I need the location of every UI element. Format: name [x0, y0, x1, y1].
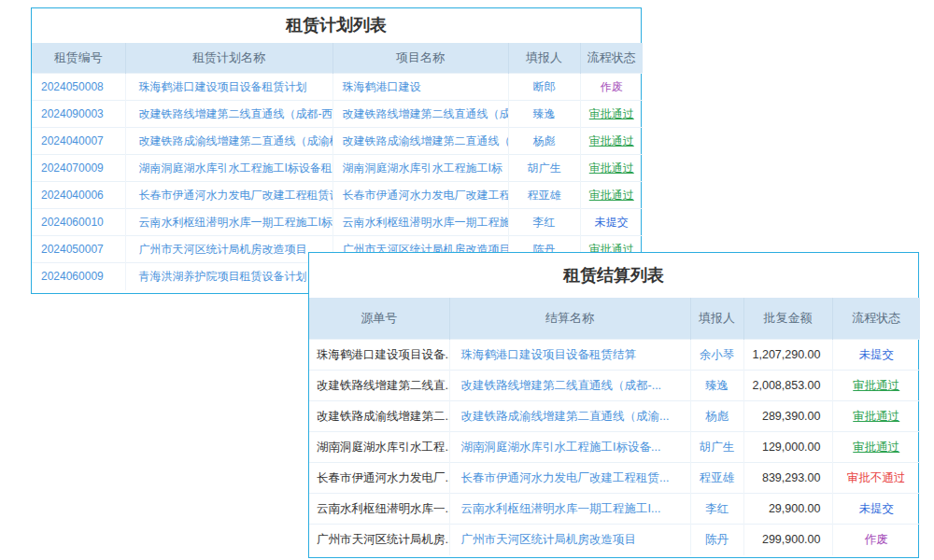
page: { "plan_table": { "title": "租赁计划列表", "co… [0, 0, 934, 560]
column-header-approved-amount: 批复金额 [743, 298, 832, 340]
plan-name-link[interactable]: 云南水利枢纽潜明水库一期工程施工I标租... [125, 209, 333, 236]
source-code-cell: 云南水利枢纽潜明水库一... [309, 494, 449, 525]
source-code-cell: 改建铁路线增建第二线直... [309, 371, 449, 401]
rental-plan-list-title: 租赁计划列表 [32, 8, 641, 43]
column-header-flow-status: 流程状态 [580, 43, 643, 74]
column-header-reporter: 填报人 [508, 43, 580, 74]
approved-amount-cell: 2,008,853.00 [743, 371, 832, 401]
settlement-table-row: 云南水利枢纽潜明水库一... 云南水利枢纽潜明水库一期工程施工I... 李红 2… [309, 494, 920, 525]
column-header-reporter: 填报人 [690, 298, 743, 340]
flow-status-label[interactable]: 审批通过 [832, 432, 920, 463]
plan-name-link[interactable]: 青海洪湖养护院项目租赁设备计划 [125, 263, 333, 290]
settlement-name-link[interactable]: 改建铁路成渝线增建第二直通线（成渝... [449, 401, 690, 432]
settlement-name-link[interactable]: 珠海鹤港口建设项目设备租赁结算 [449, 340, 690, 371]
plan-name-link[interactable]: 长春市伊通河水力发电厂改建工程租赁设... [125, 182, 333, 209]
project-name-link[interactable]: 改建铁路成渝线增建第二直通线（成... [333, 128, 508, 155]
reporter-link[interactable]: 胡广生 [508, 155, 580, 182]
plan-table-row: 2024090003 改建铁路线增建第二线直通线（成都-西安... 改建铁路线增… [32, 101, 643, 128]
project-name-link[interactable]: 珠海鹤港口建设 [333, 74, 508, 101]
reporter-link[interactable]: 臻逸 [508, 101, 580, 128]
reporter-link[interactable]: 胡广生 [690, 432, 743, 463]
flow-status-label[interactable]: 审批通过 [580, 182, 643, 209]
source-code-cell: 珠海鹤港口建设项目设备... [309, 340, 449, 371]
settlement-table-header-row: 源单号 结算名称 填报人 批复金额 流程状态 [309, 298, 920, 340]
approved-amount-cell: 29,900.00 [743, 494, 832, 525]
settlement-table-row: 改建铁路线增建第二线直... 改建铁路线增建第二线直通线（成都-... 臻逸 2… [309, 371, 920, 401]
approved-amount-cell: 299,900.00 [743, 525, 832, 555]
plan-table-row: 2024060010 云南水利枢纽潜明水库一期工程施工I标租... 云南水利枢纽… [32, 209, 643, 236]
project-name-link[interactable]: 长春市伊通河水力发电厂改建工程 [333, 182, 508, 209]
plan-code-link[interactable]: 2024090003 [32, 101, 125, 128]
reporter-link[interactable]: 程亚雄 [508, 182, 580, 209]
column-header-project-name: 项目名称 [333, 43, 508, 74]
reporter-link[interactable]: 李红 [690, 494, 743, 525]
reporter-link[interactable]: 程亚雄 [690, 463, 743, 494]
reporter-link[interactable]: 杨彪 [508, 128, 580, 155]
rental-settlement-list-card: 租赁结算列表 源单号 结算名称 填报人 批复金额 流程状态 珠海鹤港口建设项目设… [308, 252, 919, 558]
column-header-source-code: 源单号 [309, 298, 449, 340]
settlement-table-row: 广州市天河区统计局机房... 广州市天河区统计局机房改造项目 陈丹 299,90… [309, 525, 920, 555]
project-name-link[interactable]: 云南水利枢纽潜明水库一期工程施工I标 [333, 209, 508, 236]
plan-name-link[interactable]: 湖南洞庭湖水库引水工程施工I标设备租赁... [125, 155, 333, 182]
plan-code-link[interactable]: 2024060010 [32, 209, 125, 236]
settlement-name-link[interactable]: 云南水利枢纽潜明水库一期工程施工I... [449, 494, 690, 525]
settlement-table-body: 珠海鹤港口建设项目设备... 珠海鹤港口建设项目设备租赁结算 余小琴 1,207… [309, 340, 920, 555]
flow-status-label: 审批不通过 [832, 463, 920, 494]
rental-plan-list-card: 租赁计划列表 租赁编号 租赁计划名称 项目名称 填报人 流程状态 2024050… [31, 7, 642, 294]
source-code-cell: 改建铁路成渝线增建第二... [309, 401, 449, 432]
column-header-settlement-name: 结算名称 [449, 298, 690, 340]
flow-status-label[interactable]: 审批通过 [832, 371, 920, 401]
settlement-name-link[interactable]: 改建铁路线增建第二线直通线（成都-... [449, 371, 690, 401]
plan-table-row: 2024040007 改建铁路成渝线增建第二直通线（成渝枢... 改建铁路成渝线… [32, 128, 643, 155]
project-name-link[interactable]: 湖南洞庭湖水库引水工程施工I标 [333, 155, 508, 182]
reporter-link[interactable]: 杨彪 [690, 401, 743, 432]
flow-status-label[interactable]: 审批通过 [580, 128, 643, 155]
plan-table-row: 2024050008 珠海鹤港口建设项目设备租赁计划 珠海鹤港口建设 断郎 作废 [32, 74, 643, 101]
flow-status-label: 作废 [832, 525, 920, 555]
plan-name-link[interactable]: 改建铁路线增建第二线直通线（成都-西安... [125, 101, 333, 128]
plan-table-row: 2024070009 湖南洞庭湖水库引水工程施工I标设备租赁... 湖南洞庭湖水… [32, 155, 643, 182]
plan-code-link[interactable]: 2024070009 [32, 155, 125, 182]
plan-code-link[interactable]: 2024040006 [32, 182, 125, 209]
settlement-table-row: 湖南洞庭湖水库引水工程... 湖南洞庭湖水库引水工程施工I标设备... 胡广生 … [309, 432, 920, 463]
flow-status-label[interactable]: 审批通过 [580, 101, 643, 128]
plan-name-link[interactable]: 广州市天河区统计局机房改造项目 [125, 236, 333, 263]
flow-status-label: 未提交 [832, 340, 920, 371]
settlement-table-row: 珠海鹤港口建设项目设备... 珠海鹤港口建设项目设备租赁结算 余小琴 1,207… [309, 340, 920, 371]
reporter-link[interactable]: 李红 [508, 209, 580, 236]
rental-settlement-list-title: 租赁结算列表 [309, 253, 918, 298]
plan-table-header-row: 租赁编号 租赁计划名称 项目名称 填报人 流程状态 [32, 43, 643, 74]
column-header-plan-name: 租赁计划名称 [125, 43, 333, 74]
flow-status-label: 作废 [580, 74, 643, 101]
flow-status-label: 未提交 [580, 209, 643, 236]
approved-amount-cell: 1,207,290.00 [743, 340, 832, 371]
flow-status-label[interactable]: 审批通过 [832, 401, 920, 432]
plan-table-row: 2024040006 长春市伊通河水力发电厂改建工程租赁设... 长春市伊通河水… [32, 182, 643, 209]
reporter-link[interactable]: 断郎 [508, 74, 580, 101]
project-name-link[interactable]: 改建铁路线增建第二线直通线（成都-... [333, 101, 508, 128]
settlement-name-link[interactable]: 湖南洞庭湖水库引水工程施工I标设备... [449, 432, 690, 463]
approved-amount-cell: 289,390.00 [743, 401, 832, 432]
plan-name-link[interactable]: 珠海鹤港口建设项目设备租赁计划 [125, 74, 333, 101]
reporter-link[interactable]: 臻逸 [690, 371, 743, 401]
source-code-cell: 湖南洞庭湖水库引水工程... [309, 432, 449, 463]
column-header-flow-status: 流程状态 [832, 298, 920, 340]
settlement-table-row: 长春市伊通河水力发电厂... 长春市伊通河水力发电厂改建工程租赁... 程亚雄 … [309, 463, 920, 494]
reporter-link[interactable]: 余小琴 [690, 340, 743, 371]
source-code-cell: 长春市伊通河水力发电厂... [309, 463, 449, 494]
rental-settlement-table: 源单号 结算名称 填报人 批复金额 流程状态 珠海鹤港口建设项目设备... 珠海… [309, 298, 920, 555]
approved-amount-cell: 839,293.00 [743, 463, 832, 494]
plan-code-link[interactable]: 2024050007 [32, 236, 125, 263]
plan-code-link[interactable]: 2024050008 [32, 74, 125, 101]
plan-code-link[interactable]: 2024040007 [32, 128, 125, 155]
plan-code-link[interactable]: 2024060009 [32, 263, 125, 290]
flow-status-label: 未提交 [832, 494, 920, 525]
settlement-table-row: 改建铁路成渝线增建第二... 改建铁路成渝线增建第二直通线（成渝... 杨彪 2… [309, 401, 920, 432]
plan-name-link[interactable]: 改建铁路成渝线增建第二直通线（成渝枢... [125, 128, 333, 155]
settlement-name-link[interactable]: 长春市伊通河水力发电厂改建工程租赁... [449, 463, 690, 494]
flow-status-label[interactable]: 审批通过 [580, 155, 643, 182]
reporter-link[interactable]: 陈丹 [690, 525, 743, 555]
approved-amount-cell: 129,000.00 [743, 432, 832, 463]
settlement-name-link[interactable]: 广州市天河区统计局机房改造项目 [449, 525, 690, 555]
column-header-plan-code: 租赁编号 [32, 43, 125, 74]
